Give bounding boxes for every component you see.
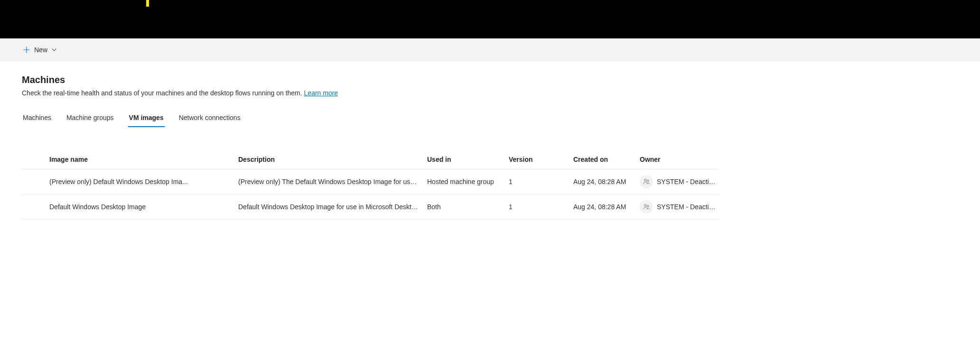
tabs: Machines Machine groups VM images Networ…	[22, 110, 719, 127]
new-button[interactable]: New	[19, 43, 61, 56]
tab-machine-groups[interactable]: Machine groups	[65, 110, 115, 127]
page-subtitle: Check the real-time health and status of…	[22, 89, 719, 97]
learn-more-link[interactable]: Learn more	[304, 89, 338, 97]
header-image-name[interactable]: Image name	[49, 156, 238, 163]
table-row[interactable]: (Preview only) Default Windows Desktop I…	[22, 169, 719, 194]
tab-machines[interactable]: Machines	[22, 110, 52, 127]
svg-point-2	[644, 204, 646, 206]
subtitle-text: Check the real-time health and status of…	[22, 89, 304, 97]
header-created-on[interactable]: Created on	[573, 156, 640, 163]
cell-used-in: Hosted machine group	[427, 178, 509, 185]
cell-description: Default Windows Desktop Image for use in…	[238, 203, 427, 211]
page-title: Machines	[22, 74, 719, 85]
cell-description: (Preview only) The Default Windows Deskt…	[238, 178, 427, 185]
header-version[interactable]: Version	[509, 156, 573, 163]
cell-created-on: Aug 24, 08:28 AM	[573, 178, 640, 185]
user-icon	[640, 200, 653, 213]
cell-version: 1	[509, 178, 573, 185]
vm-images-table: Image name Description Used in Version C…	[22, 150, 719, 220]
yellow-marker	[146, 0, 149, 7]
user-icon	[640, 175, 653, 188]
cell-created-on: Aug 24, 08:28 AM	[573, 203, 640, 211]
table-row[interactable]: Default Windows Desktop Image Default Wi…	[22, 194, 719, 220]
cell-owner: SYSTEM - Deactivated...	[640, 200, 719, 213]
top-black-bar	[0, 0, 980, 38]
table-header-row: Image name Description Used in Version C…	[22, 150, 719, 169]
svg-point-0	[644, 179, 646, 181]
chevron-down-icon	[51, 47, 57, 53]
tab-network-connections[interactable]: Network connections	[178, 110, 242, 127]
cell-owner-text: SYSTEM - Deactivated...	[657, 178, 719, 185]
header-description[interactable]: Description	[238, 156, 427, 163]
cell-used-in: Both	[427, 203, 509, 211]
header-used-in[interactable]: Used in	[427, 156, 509, 163]
svg-point-1	[647, 180, 649, 182]
plus-icon	[23, 46, 30, 54]
tab-vm-images[interactable]: VM images	[128, 110, 165, 127]
cell-owner-text: SYSTEM - Deactivated...	[657, 203, 719, 211]
cell-version: 1	[509, 203, 573, 211]
header-owner[interactable]: Owner	[640, 156, 719, 163]
cell-image-name[interactable]: Default Windows Desktop Image	[49, 203, 238, 211]
new-button-label: New	[34, 46, 47, 54]
command-bar: New	[0, 38, 980, 61]
cell-owner: SYSTEM - Deactivated...	[640, 175, 719, 188]
cell-image-name[interactable]: (Preview only) Default Windows Desktop I…	[49, 178, 238, 185]
svg-point-3	[647, 205, 649, 207]
content-area: Machines Check the real-time health and …	[0, 61, 740, 220]
